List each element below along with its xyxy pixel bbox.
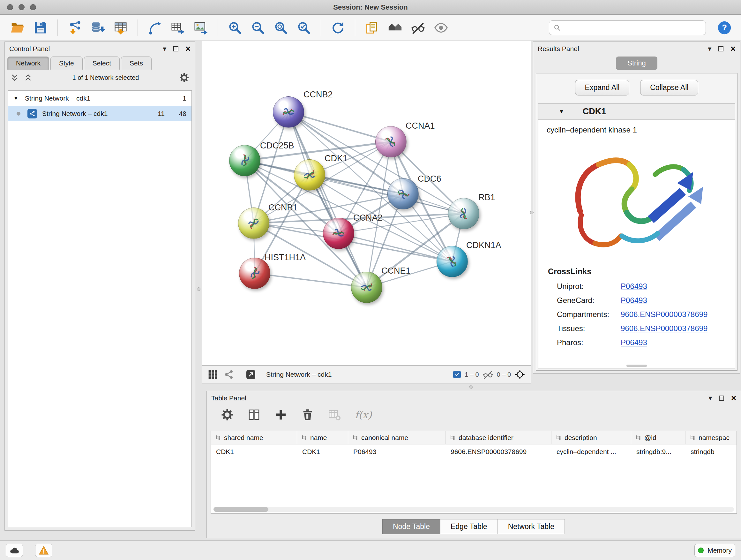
protein-section-header[interactable]: ▼ CDK1 [538,104,735,120]
network-node-CDK1[interactable] [294,159,325,191]
network-node-RB1[interactable] [448,198,479,229]
crosslink-link[interactable]: 9606.ENSP00000378699 [621,310,708,319]
table-cell[interactable]: 9606.ENSP00000378699 [446,448,551,455]
delete-column-button[interactable] [301,408,314,421]
panel-close-icon[interactable]: × [731,44,736,54]
detach-view-icon[interactable] [246,369,256,380]
column-header[interactable]: database identifier [446,431,551,444]
show-eye-button[interactable] [432,18,450,37]
apply-layout-button[interactable] [329,18,347,37]
panel-close-icon[interactable]: × [185,44,191,54]
share-view-icon[interactable] [224,369,234,380]
splitter-handle[interactable] [469,385,473,388]
create-column-button[interactable] [274,408,287,421]
network-node-CCNE1[interactable] [351,272,382,303]
expand-tree-icon[interactable] [10,73,19,82]
table-cell[interactable]: CDK1 [211,448,297,455]
zoom-in-button[interactable] [226,18,244,37]
table-cell[interactable]: CDK1 [297,448,348,455]
tab-style[interactable]: Style [51,57,83,70]
network-node-CCNA2[interactable] [323,218,354,249]
panel-float-icon[interactable] [718,46,724,51]
table-options-button[interactable] [221,408,233,421]
disclosure-triangle-icon[interactable]: ▼ [13,96,21,101]
close-window-button[interactable] [7,4,13,10]
zoom-out-button[interactable] [249,18,267,37]
export-table-button[interactable] [169,18,187,37]
column-header[interactable]: shared name [211,431,297,444]
scrollbar-thumb[interactable] [213,507,268,512]
table-cell[interactable]: cyclin–dependent ... [551,448,631,455]
panel-float-icon[interactable] [173,46,179,51]
column-header[interactable]: description [551,431,631,444]
panel-collapse-icon[interactable]: ▾ [708,45,711,52]
column-header[interactable]: @id [631,431,685,444]
network-options-button[interactable] [179,72,189,83]
search-input[interactable] [564,24,701,32]
panel-close-icon[interactable]: × [731,393,736,403]
grid-view-icon[interactable] [208,369,218,380]
crosshair-icon[interactable] [515,369,525,380]
zoom-selected-button[interactable] [294,18,313,37]
crosslink-link[interactable]: 9606.ENSP00000378699 [621,324,708,333]
network-row-selected[interactable]: String Network – cdk1 11 48 [8,106,192,121]
network-node-CCNB2[interactable] [273,97,304,128]
import-network-from-file-button[interactable] [65,18,84,37]
network-from-selection-button[interactable] [145,18,164,37]
network-node-CCNA1[interactable] [375,126,407,158]
zoom-fit-button[interactable] [272,18,290,37]
column-header[interactable]: canonical name [348,431,446,444]
warnings-button[interactable] [35,544,52,557]
table-cell[interactable]: stringdb [685,448,737,455]
export-image-button[interactable] [192,18,210,37]
panel-collapse-icon[interactable]: ▾ [709,395,712,401]
import-table-from-file-button[interactable] [111,18,130,37]
network-node-CDC6[interactable] [387,178,419,209]
horizontal-scrollbar[interactable] [213,507,734,512]
cloud-status-button[interactable] [6,544,23,557]
import-network-from-database-button[interactable] [88,18,107,37]
tab-sets[interactable]: Sets [121,57,151,70]
minimize-window-button[interactable] [18,4,24,10]
open-session-button[interactable] [8,18,27,37]
hide-glasses-button[interactable] [409,18,427,37]
collapse-all-button[interactable]: Collapse All [640,80,698,96]
splitter-handle[interactable] [530,211,534,214]
save-session-button[interactable] [31,18,50,37]
string-home-button[interactable] [386,18,404,37]
column-header[interactable]: namespac [685,431,737,444]
table-data-row[interactable]: CDK1CDK1P064939606.ENSP00000378699cyclin… [211,444,737,459]
help-button[interactable]: ? [716,19,733,36]
network-node-CDKN1A[interactable] [436,246,468,277]
crosslink-link[interactable]: P06493 [621,282,647,291]
tab-string[interactable]: String [616,57,657,70]
table-cell[interactable]: stringdb:9... [631,448,685,455]
panel-collapse-icon[interactable]: ▾ [163,45,166,52]
tab-select[interactable]: Select [84,57,120,70]
tab-network-table[interactable]: Network Table [497,519,565,534]
crosslink-link[interactable]: P06493 [621,296,647,305]
memory-button[interactable]: Memory [694,544,735,557]
disclosure-triangle-icon[interactable]: ▼ [559,109,564,115]
expand-all-button[interactable]: Expand All [575,80,630,96]
collapse-tree-icon[interactable] [24,73,32,82]
network-canvas[interactable]: CCNB2CCNA1CDC25BCDK1CDC6RB1CCNB1CCNA2CDK… [202,41,531,366]
scrollbar-hint[interactable] [626,365,647,367]
selected-checkbox[interactable] [453,371,461,378]
table-cell[interactable]: P06493 [348,448,446,455]
network-collection-row[interactable]: ▼ String Network – cdk1 1 [8,91,192,106]
column-header[interactable]: name [297,431,348,444]
tab-edge-table[interactable]: Edge Table [440,519,498,534]
tab-network[interactable]: Network [7,57,49,70]
function-builder-button[interactable]: f(x) [355,409,372,421]
duplicate-view-button[interactable] [363,18,381,37]
tab-node-table[interactable]: Node Table [382,519,441,534]
panel-float-icon[interactable] [719,395,724,401]
splitter-handle[interactable] [197,287,200,291]
crosslink-link[interactable]: P06493 [621,338,647,347]
network-node-CDC25B[interactable] [229,145,260,176]
network-node-CCNB1[interactable] [238,207,269,239]
show-columns-button[interactable] [248,408,260,421]
network-edge[interactable] [255,273,367,287]
maximize-window-button[interactable] [30,4,36,10]
